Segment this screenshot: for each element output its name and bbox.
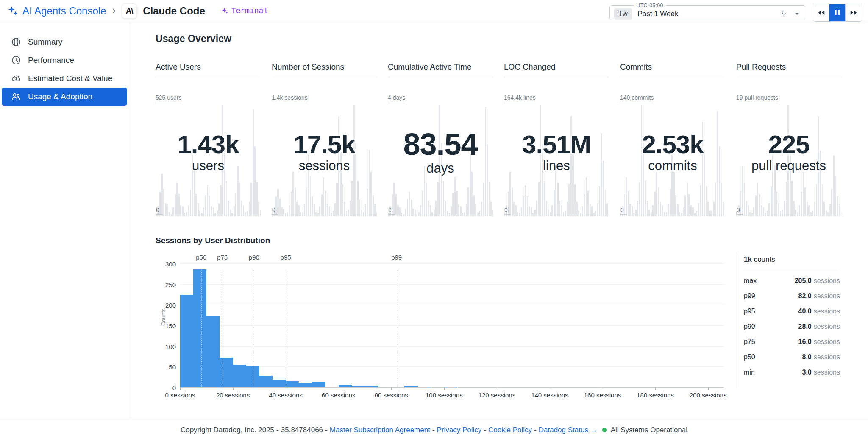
stat-value: 3.0 bbox=[802, 369, 812, 376]
sessions-distribution-chart[interactable]: Counts 050100150200250300p50p75p90p95p99… bbox=[156, 251, 736, 388]
card-value: 17.5k bbox=[293, 131, 355, 157]
env-chip-terminal[interactable]: Terminal bbox=[221, 7, 268, 15]
sidebar-item-estimated-cost-value[interactable]: $Estimated Cost & Value bbox=[2, 70, 127, 87]
card-sparkline-chart[interactable]: 1.4k sessions17.5ksessions0 bbox=[272, 94, 377, 216]
stat-value: 40.0 bbox=[798, 308, 812, 315]
percentile-marker-line-p50 bbox=[201, 270, 202, 388]
metric-card-pull-requests: Pull Requests19 pull requests225pull req… bbox=[736, 62, 841, 216]
footer-link-cookie-policy[interactable]: Cookie Policy bbox=[488, 426, 532, 434]
app-window: AI Agents Console › A\ Claude Code Termi… bbox=[0, 0, 868, 442]
separator: - bbox=[276, 426, 279, 434]
separator: - bbox=[484, 426, 486, 434]
card-axis-max-label: 164.4k lines bbox=[504, 94, 536, 103]
stat-row-p95: p9540.0sessions bbox=[743, 308, 840, 315]
card-value: 1.43k bbox=[177, 131, 239, 157]
card-sparkline-chart[interactable]: 4 days83.54days0 bbox=[388, 94, 493, 216]
card-big-value: 1.43kusers bbox=[156, 91, 261, 213]
page-title: Claude Code bbox=[143, 5, 205, 17]
metric-card-active-users: Active Users525 users1.43kusers0 bbox=[156, 62, 261, 216]
x-axis-tick bbox=[180, 388, 181, 390]
metric-card-number-of-sessions: Number of Sessions1.4k sessions17.5ksess… bbox=[272, 62, 377, 216]
card-title: LOC Changed bbox=[504, 62, 609, 77]
card-sparkline-chart[interactable]: 140 commits2.53kcommits0 bbox=[620, 94, 725, 216]
stat-value: 205.0 bbox=[795, 277, 812, 285]
x-axis-tick-label: 0 sessions bbox=[165, 392, 195, 399]
gridline bbox=[180, 346, 724, 347]
card-sparkline-chart[interactable]: 525 users1.43kusers0 bbox=[156, 94, 261, 216]
breadcrumb-home-link[interactable]: AI Agents Console bbox=[8, 5, 106, 17]
build-number: 35.84784066 bbox=[281, 426, 323, 434]
fast-forward-button[interactable] bbox=[846, 4, 862, 21]
stat-row-p90: p9028.0sessions bbox=[743, 323, 840, 330]
x-axis-tick-label: 100 sessions bbox=[426, 392, 463, 399]
percentile-marker-label: p50 bbox=[196, 254, 206, 261]
distribution-title: Sessions by User Distribution bbox=[156, 236, 842, 245]
stat-label: p90 bbox=[744, 323, 755, 330]
svg-text:$: $ bbox=[15, 76, 17, 81]
metric-card-commits: Commits140 commits2.53kcommits0 bbox=[620, 62, 725, 216]
sidebar-item-label: Usage & Adoption bbox=[28, 92, 92, 101]
sidebar-item-label: Estimated Cost & Value bbox=[28, 74, 112, 83]
timezone-label: UTC-05:00 bbox=[634, 2, 666, 8]
histogram-bar[interactable] bbox=[246, 366, 259, 388]
claude-logo: A\ bbox=[122, 3, 137, 19]
card-axis-max-label: 19 pull requests bbox=[736, 94, 778, 103]
brand-label: AI Agents Console bbox=[22, 5, 106, 17]
y-axis-tick-label: 100 bbox=[158, 343, 176, 350]
time-playback-controls bbox=[813, 4, 862, 22]
card-axis-max-label: 525 users bbox=[156, 94, 181, 103]
globe-icon bbox=[11, 37, 21, 47]
card-value: 3.51M bbox=[522, 131, 591, 157]
y-axis-tick-label: 0 bbox=[158, 384, 176, 392]
gridline bbox=[180, 325, 724, 326]
percentile-marker-line-p95 bbox=[286, 270, 286, 388]
card-sparkline-chart[interactable]: 164.4k lines3.51Mlines0 bbox=[504, 94, 609, 216]
pin-icon[interactable] bbox=[780, 10, 787, 17]
stats-header: 1k counts bbox=[743, 252, 840, 269]
main-content: Usage Overview Active Users525 users1.43… bbox=[130, 22, 868, 418]
sidebar-item-usage-adoption[interactable]: Usage & Adoption bbox=[2, 88, 127, 106]
histogram-bar[interactable] bbox=[193, 269, 206, 388]
y-axis-tick-label: 250 bbox=[158, 281, 176, 288]
footer-link-datadog-status[interactable]: Datadog Status → bbox=[539, 426, 598, 434]
card-unit: users bbox=[192, 159, 224, 173]
chevron-down-icon[interactable] bbox=[794, 11, 800, 17]
stat-label: min bbox=[744, 369, 755, 376]
stat-value: 16.0 bbox=[798, 338, 812, 346]
histogram-bar[interactable] bbox=[206, 316, 220, 388]
histogram-plot-area[interactable]: 050100150200250300p50p75p90p95p990 sessi… bbox=[180, 264, 724, 388]
footer-link-privacy-policy[interactable]: Privacy Policy bbox=[437, 426, 482, 434]
histogram-bar[interactable] bbox=[180, 295, 193, 388]
sidebar-item-label: Performance bbox=[28, 56, 74, 65]
card-title: Commits bbox=[620, 62, 725, 77]
histogram-bar[interactable] bbox=[286, 381, 299, 388]
card-unit: sessions bbox=[299, 159, 350, 173]
time-range-picker[interactable]: UTC-05:00 1w Past 1 Week bbox=[609, 2, 805, 20]
stat-label: p50 bbox=[744, 353, 755, 361]
card-axis-zero-label: 0 bbox=[504, 207, 511, 215]
pause-button[interactable] bbox=[829, 4, 846, 21]
people-icon bbox=[11, 92, 21, 102]
histogram-bar[interactable] bbox=[273, 380, 286, 388]
card-title: Pull Requests bbox=[736, 62, 841, 77]
time-range-label: Past 1 Week bbox=[637, 10, 678, 18]
x-axis-tick bbox=[708, 388, 709, 390]
card-sparkline-chart[interactable]: 19 pull requests225pull requests0 bbox=[736, 94, 841, 216]
gridline bbox=[180, 305, 724, 305]
histogram-bar[interactable] bbox=[233, 365, 246, 388]
histogram-bar[interactable] bbox=[220, 358, 233, 388]
stat-row-p75: p7516.0sessions bbox=[743, 338, 840, 346]
card-big-value: 2.53kcommits bbox=[620, 91, 725, 213]
stat-value: 82.0 bbox=[798, 292, 812, 300]
sidebar-item-summary[interactable]: Summary bbox=[2, 33, 127, 51]
stat-unit: sessions bbox=[814, 353, 840, 361]
histogram-bar[interactable] bbox=[259, 376, 273, 388]
sidebar-nav: SummaryPerformance$Estimated Cost & Valu… bbox=[0, 22, 130, 418]
rewind-button[interactable] bbox=[813, 4, 829, 21]
gridline bbox=[180, 263, 724, 264]
card-axis-zero-label: 0 bbox=[156, 207, 162, 215]
footer-link-master-subscription-agreement[interactable]: Master Subscription Agreement bbox=[330, 426, 430, 434]
stat-unit: sessions bbox=[814, 277, 840, 285]
sidebar-item-performance[interactable]: Performance bbox=[2, 51, 127, 69]
percentile-marker-label: p95 bbox=[281, 254, 291, 261]
